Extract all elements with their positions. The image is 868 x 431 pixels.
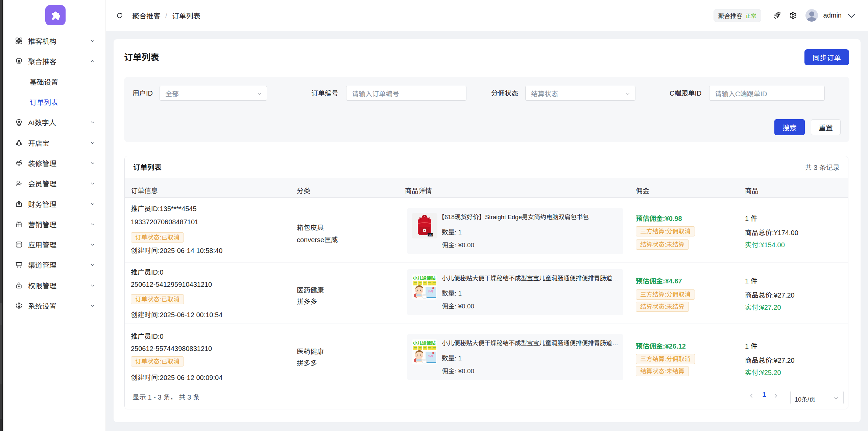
svg-text:小儿通便贴: 小儿通便贴 bbox=[413, 340, 436, 346]
svg-text:FDER: FDER bbox=[428, 234, 434, 236]
svg-text:小儿通便贴: 小儿通便贴 bbox=[413, 276, 436, 281]
svg-text:小儿: 小儿 bbox=[428, 290, 433, 293]
svg-text:小儿: 小儿 bbox=[428, 355, 433, 358]
